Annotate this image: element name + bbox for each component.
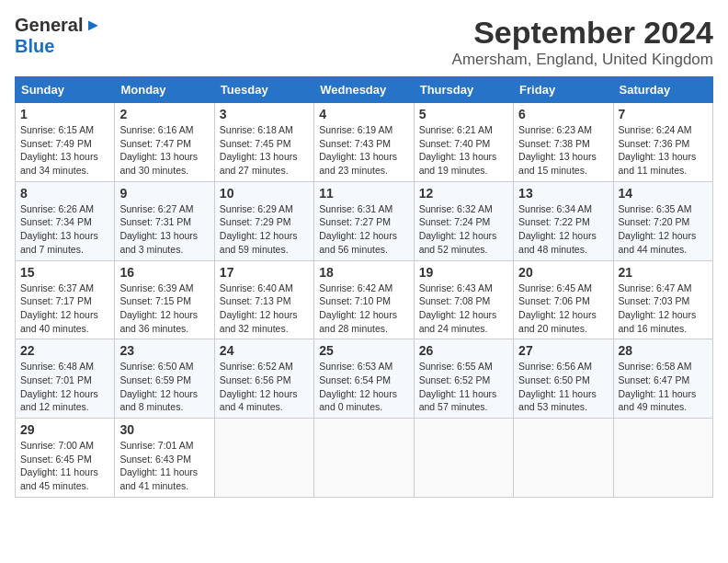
table-row: 12Sunrise: 6:32 AMSunset: 7:24 PMDayligh… — [414, 181, 513, 260]
table-row: 30Sunrise: 7:01 AMSunset: 6:43 PMDayligh… — [115, 419, 214, 498]
table-row: 29Sunrise: 7:00 AMSunset: 6:45 PMDayligh… — [16, 419, 115, 498]
table-row: 23Sunrise: 6:50 AMSunset: 6:59 PMDayligh… — [115, 339, 214, 419]
day-info: Sunrise: 7:00 AMSunset: 6:45 PMDaylight:… — [20, 439, 109, 493]
table-row: 15Sunrise: 6:37 AMSunset: 7:17 PMDayligh… — [16, 260, 115, 339]
logo: General ► Blue — [15, 15, 101, 57]
day-number: 22 — [20, 343, 109, 358]
day-number: 18 — [319, 265, 408, 280]
col-monday: Monday — [115, 77, 214, 103]
table-row: 27Sunrise: 6:56 AMSunset: 6:50 PMDayligh… — [514, 339, 613, 419]
day-number: 16 — [119, 265, 209, 280]
day-info: Sunrise: 6:27 AMSunset: 7:31 PMDaylight:… — [119, 202, 209, 257]
table-row: 22Sunrise: 6:48 AMSunset: 7:01 PMDayligh… — [16, 339, 115, 419]
day-info: Sunrise: 6:23 AMSunset: 7:38 PMDaylight:… — [518, 123, 608, 178]
day-info: Sunrise: 6:16 AMSunset: 7:47 PMDaylight:… — [119, 123, 209, 178]
table-row — [214, 419, 313, 498]
day-number: 2 — [119, 107, 209, 121]
table-row: 14Sunrise: 6:35 AMSunset: 7:20 PMDayligh… — [613, 181, 712, 260]
table-row: 17Sunrise: 6:40 AMSunset: 7:13 PMDayligh… — [214, 260, 313, 339]
col-sunday: Sunday — [16, 77, 115, 103]
table-row: 8Sunrise: 6:26 AMSunset: 7:34 PMDaylight… — [16, 181, 115, 260]
table-row: 24Sunrise: 6:52 AMSunset: 6:56 PMDayligh… — [214, 339, 313, 419]
day-number: 5 — [419, 107, 508, 121]
calendar-week-row: 29Sunrise: 7:00 AMSunset: 6:45 PMDayligh… — [16, 419, 713, 498]
day-info: Sunrise: 6:55 AMSunset: 6:52 PMDaylight:… — [419, 360, 508, 414]
table-row: 13Sunrise: 6:34 AMSunset: 7:22 PMDayligh… — [514, 181, 613, 260]
day-info: Sunrise: 6:43 AMSunset: 7:08 PMDaylight:… — [419, 282, 508, 336]
table-row — [514, 419, 613, 498]
day-info: Sunrise: 6:58 AMSunset: 6:47 PMDaylight:… — [619, 360, 708, 414]
col-tuesday: Tuesday — [214, 77, 313, 103]
table-row: 28Sunrise: 6:58 AMSunset: 6:47 PMDayligh… — [613, 339, 712, 419]
table-row: 21Sunrise: 6:47 AMSunset: 7:03 PMDayligh… — [613, 260, 712, 339]
day-number: 7 — [619, 107, 708, 121]
table-row: 9Sunrise: 6:27 AMSunset: 7:31 PMDaylight… — [115, 181, 214, 260]
table-row: 26Sunrise: 6:55 AMSunset: 6:52 PMDayligh… — [414, 339, 513, 419]
day-info: Sunrise: 6:24 AMSunset: 7:36 PMDaylight:… — [619, 123, 708, 178]
calendar-week-row: 22Sunrise: 6:48 AMSunset: 7:01 PMDayligh… — [16, 339, 713, 419]
day-number: 19 — [419, 265, 508, 280]
day-number: 11 — [319, 186, 408, 201]
day-info: Sunrise: 6:42 AMSunset: 7:10 PMDaylight:… — [319, 282, 408, 336]
table-row: 3Sunrise: 6:18 AMSunset: 7:45 PMDaylight… — [214, 103, 313, 182]
day-info: Sunrise: 6:15 AMSunset: 7:49 PMDaylight:… — [20, 123, 109, 178]
day-info: Sunrise: 7:01 AMSunset: 6:43 PMDaylight:… — [119, 439, 209, 493]
day-number: 25 — [319, 343, 408, 358]
day-number: 27 — [518, 343, 608, 358]
day-info: Sunrise: 6:34 AMSunset: 7:22 PMDaylight:… — [518, 202, 608, 257]
day-number: 13 — [518, 186, 608, 201]
day-info: Sunrise: 6:47 AMSunset: 7:03 PMDaylight:… — [619, 282, 708, 336]
day-number: 30 — [119, 422, 209, 437]
day-info: Sunrise: 6:48 AMSunset: 7:01 PMDaylight:… — [20, 360, 109, 414]
col-friday: Friday — [514, 77, 613, 103]
day-number: 3 — [220, 107, 309, 121]
table-row: 1Sunrise: 6:15 AMSunset: 7:49 PMDaylight… — [16, 103, 115, 182]
table-row — [414, 419, 513, 498]
col-wednesday: Wednesday — [314, 77, 414, 103]
table-row: 4Sunrise: 6:19 AMSunset: 7:43 PMDaylight… — [314, 103, 414, 182]
title-area: September 2024 Amersham, England, United… — [452, 15, 713, 69]
col-saturday: Saturday — [613, 77, 712, 103]
table-row: 19Sunrise: 6:43 AMSunset: 7:08 PMDayligh… — [414, 260, 513, 339]
day-info: Sunrise: 6:35 AMSunset: 7:20 PMDaylight:… — [619, 202, 708, 257]
calendar-header-row: Sunday Monday Tuesday Wednesday Thursday… — [16, 77, 713, 103]
day-number: 21 — [619, 265, 708, 280]
col-thursday: Thursday — [414, 77, 513, 103]
table-row: 5Sunrise: 6:21 AMSunset: 7:40 PMDaylight… — [414, 103, 513, 182]
day-info: Sunrise: 6:56 AMSunset: 6:50 PMDaylight:… — [518, 360, 608, 414]
day-info: Sunrise: 6:52 AMSunset: 6:56 PMDaylight:… — [220, 360, 309, 414]
day-info: Sunrise: 6:50 AMSunset: 6:59 PMDaylight:… — [119, 360, 209, 414]
day-number: 9 — [119, 186, 209, 201]
day-number: 29 — [20, 422, 109, 437]
table-row: 18Sunrise: 6:42 AMSunset: 7:10 PMDayligh… — [314, 260, 414, 339]
day-number: 4 — [319, 107, 408, 121]
page-title: September 2024 — [452, 15, 713, 51]
day-info: Sunrise: 6:26 AMSunset: 7:34 PMDaylight:… — [20, 202, 109, 257]
logo-arrow-icon: ► — [85, 16, 101, 35]
day-number: 26 — [419, 343, 508, 358]
table-row: 20Sunrise: 6:45 AMSunset: 7:06 PMDayligh… — [514, 260, 613, 339]
day-info: Sunrise: 6:29 AMSunset: 7:29 PMDaylight:… — [220, 202, 309, 257]
calendar-week-row: 15Sunrise: 6:37 AMSunset: 7:17 PMDayligh… — [16, 260, 713, 339]
day-info: Sunrise: 6:18 AMSunset: 7:45 PMDaylight:… — [220, 123, 309, 178]
day-number: 1 — [20, 107, 109, 121]
day-info: Sunrise: 6:45 AMSunset: 7:06 PMDaylight:… — [518, 282, 608, 336]
day-number: 20 — [518, 265, 608, 280]
day-number: 24 — [220, 343, 309, 358]
day-info: Sunrise: 6:21 AMSunset: 7:40 PMDaylight:… — [419, 123, 508, 178]
day-info: Sunrise: 6:39 AMSunset: 7:15 PMDaylight:… — [119, 282, 209, 336]
day-number: 10 — [220, 186, 309, 201]
table-row — [314, 419, 414, 498]
day-number: 8 — [20, 186, 109, 201]
day-number: 14 — [619, 186, 708, 201]
calendar-week-row: 1Sunrise: 6:15 AMSunset: 7:49 PMDaylight… — [16, 103, 713, 182]
table-row: 2Sunrise: 6:16 AMSunset: 7:47 PMDaylight… — [115, 103, 214, 182]
calendar-week-row: 8Sunrise: 6:26 AMSunset: 7:34 PMDaylight… — [16, 181, 713, 260]
table-row: 6Sunrise: 6:23 AMSunset: 7:38 PMDaylight… — [514, 103, 613, 182]
page-header: General ► Blue September 2024 Amersham, … — [15, 15, 713, 69]
day-number: 17 — [220, 265, 309, 280]
day-info: Sunrise: 6:32 AMSunset: 7:24 PMDaylight:… — [419, 202, 508, 257]
day-number: 6 — [518, 107, 608, 121]
table-row: 7Sunrise: 6:24 AMSunset: 7:36 PMDaylight… — [613, 103, 712, 182]
logo-general-text: General — [15, 15, 83, 36]
